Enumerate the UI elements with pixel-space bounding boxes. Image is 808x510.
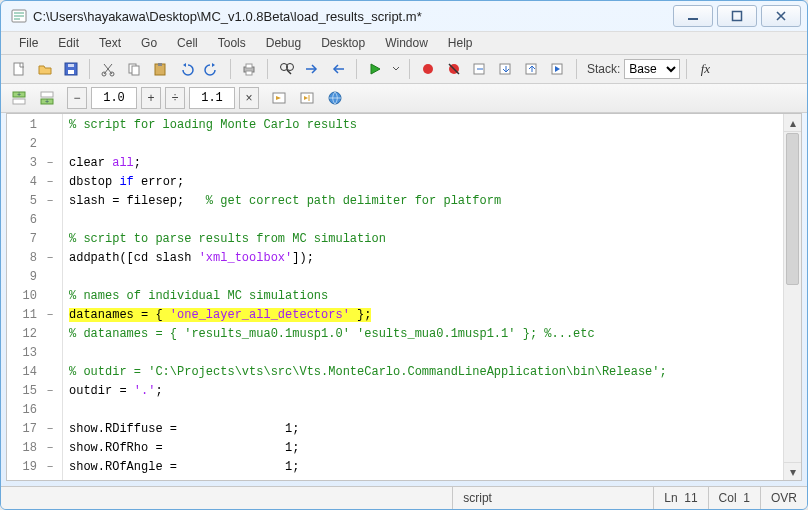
gutter-row[interactable]: 8–	[7, 249, 62, 268]
gutter-row[interactable]: 12	[7, 325, 62, 344]
gutter-row[interactable]: 1	[7, 116, 62, 135]
gutter-row[interactable]: 3–	[7, 154, 62, 173]
copy-icon[interactable]	[122, 57, 146, 81]
gutter-row[interactable]: 17–	[7, 420, 62, 439]
new-file-icon[interactable]	[7, 57, 31, 81]
code-line[interactable]: addpath([cd slash 'xml_toolbox']);	[63, 249, 783, 268]
code-line[interactable]: outdir = '.';	[63, 382, 783, 401]
code-line[interactable]: datanames = { 'one_layer_all_detectors' …	[63, 306, 783, 325]
paste-icon[interactable]	[148, 57, 172, 81]
divide-button[interactable]: ÷	[165, 87, 185, 109]
back-icon[interactable]	[326, 57, 350, 81]
continue-icon[interactable]	[546, 57, 570, 81]
step-icon[interactable]	[468, 57, 492, 81]
gutter-row[interactable]: 10	[7, 287, 62, 306]
minimize-button[interactable]	[673, 5, 713, 27]
code-line[interactable]: % names of individual MC simulations	[63, 287, 783, 306]
code-line[interactable]	[63, 211, 783, 230]
status-bar: script Ln 11 Col 1 OVR	[1, 486, 807, 509]
menu-go[interactable]: Go	[131, 34, 167, 52]
cell-insert-above-icon[interactable]: +	[7, 86, 31, 110]
code-line[interactable]	[63, 135, 783, 154]
print-icon[interactable]	[237, 57, 261, 81]
gutter-row[interactable]: 5–	[7, 192, 62, 211]
menu-bar: File Edit Text Go Cell Tools Debug Deskt…	[1, 31, 807, 55]
run-dropdown-icon[interactable]	[389, 57, 403, 81]
increment-button[interactable]: +	[141, 87, 161, 109]
code-line[interactable]: dbstop if error;	[63, 173, 783, 192]
code-line[interactable]: % datanames = { 'results_mua0.1musp1.0' …	[63, 325, 783, 344]
redo-icon[interactable]	[200, 57, 224, 81]
save-icon[interactable]	[59, 57, 83, 81]
gutter-row[interactable]: 11–	[7, 306, 62, 325]
decrement-button[interactable]: −	[67, 87, 87, 109]
menu-desktop[interactable]: Desktop	[311, 34, 375, 52]
code-line[interactable]: % script for loading Monte Carlo results	[63, 116, 783, 135]
increment-spinner-a[interactable]	[91, 87, 137, 109]
eval-advance-icon[interactable]	[295, 86, 319, 110]
line-number-gutter[interactable]: 123–4–5–678–91011–12131415–1617–18–19–	[7, 114, 63, 480]
svg-text:+: +	[45, 98, 49, 105]
find-icon[interactable]	[274, 57, 298, 81]
code-view[interactable]: % script for loading Monte Carlo results…	[63, 114, 783, 480]
set-breakpoint-icon[interactable]	[416, 57, 440, 81]
gutter-row[interactable]: 14	[7, 363, 62, 382]
maximize-button[interactable]	[717, 5, 757, 27]
undo-icon[interactable]	[174, 57, 198, 81]
menu-help[interactable]: Help	[438, 34, 483, 52]
gutter-row[interactable]: 2	[7, 135, 62, 154]
code-line[interactable]	[63, 401, 783, 420]
code-line[interactable]	[63, 344, 783, 363]
main-toolbar: Stack: Base fx	[1, 55, 807, 84]
gutter-row[interactable]: 19–	[7, 458, 62, 477]
increment-spinner-b[interactable]	[189, 87, 235, 109]
code-line[interactable]: show.ROfRho = 1;	[63, 439, 783, 458]
fx-button[interactable]: fx	[693, 57, 717, 81]
menu-window[interactable]: Window	[375, 34, 438, 52]
gutter-row[interactable]: 15–	[7, 382, 62, 401]
code-line[interactable]: show.ROfAngle = 1;	[63, 458, 783, 477]
publish-icon[interactable]	[323, 86, 347, 110]
goto-icon[interactable]	[300, 57, 324, 81]
vertical-scrollbar[interactable]: ▴ ▾	[783, 114, 801, 480]
cell-insert-below-icon[interactable]: +	[35, 86, 59, 110]
gutter-row[interactable]: 16	[7, 401, 62, 420]
menu-file[interactable]: File	[9, 34, 48, 52]
spinner-a-value[interactable]	[92, 88, 136, 108]
code-line[interactable]: show.RDiffuse = 1;	[63, 420, 783, 439]
run-icon[interactable]	[363, 57, 387, 81]
gutter-row[interactable]: 4–	[7, 173, 62, 192]
code-line[interactable]: clear all;	[63, 154, 783, 173]
scroll-thumb[interactable]	[786, 133, 799, 285]
gutter-row[interactable]: 6	[7, 211, 62, 230]
scroll-up-icon[interactable]: ▴	[784, 114, 801, 132]
clear-breakpoints-icon[interactable]	[442, 57, 466, 81]
step-out-icon[interactable]	[520, 57, 544, 81]
spinner-b-value[interactable]	[190, 88, 234, 108]
code-line[interactable]: % outdir = 'C:\Projects\vts\src\Vts.Mont…	[63, 363, 783, 382]
step-in-icon[interactable]	[494, 57, 518, 81]
cut-icon[interactable]	[96, 57, 120, 81]
menu-debug[interactable]: Debug	[256, 34, 311, 52]
multiply-button[interactable]: ×	[239, 87, 259, 109]
stack-select[interactable]: Base	[624, 59, 680, 79]
status-ovr: OVR	[760, 487, 807, 509]
svg-rect-12	[158, 63, 162, 66]
gutter-row[interactable]: 9	[7, 268, 62, 287]
menu-edit[interactable]: Edit	[48, 34, 89, 52]
close-button[interactable]	[761, 5, 801, 27]
open-file-icon[interactable]	[33, 57, 57, 81]
code-line[interactable]: % script to parse results from MC simula…	[63, 230, 783, 249]
eval-cell-icon[interactable]	[267, 86, 291, 110]
window-title: C:\Users\hayakawa\Desktop\MC_v1.0.8Beta\…	[33, 9, 669, 24]
menu-cell[interactable]: Cell	[167, 34, 208, 52]
menu-tools[interactable]: Tools	[208, 34, 256, 52]
gutter-row[interactable]: 7	[7, 230, 62, 249]
code-line[interactable]: slash = filesep; % get correct path deli…	[63, 192, 783, 211]
stack-label: Stack:	[587, 62, 620, 76]
scroll-down-icon[interactable]: ▾	[784, 462, 801, 480]
code-line[interactable]	[63, 268, 783, 287]
gutter-row[interactable]: 18–	[7, 439, 62, 458]
menu-text[interactable]: Text	[89, 34, 131, 52]
gutter-row[interactable]: 13	[7, 344, 62, 363]
